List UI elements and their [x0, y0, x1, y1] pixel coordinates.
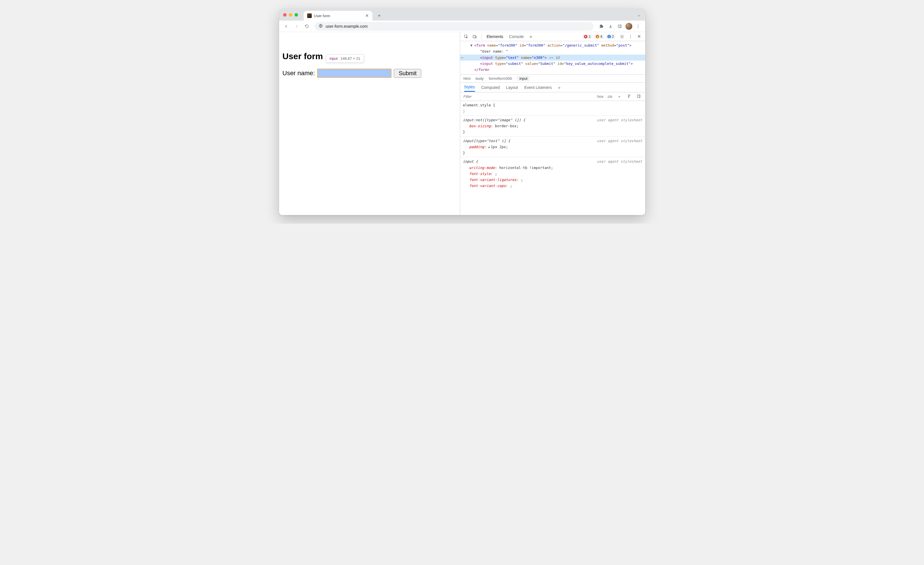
crumb-form[interactable]: form#form300 [489, 76, 512, 81]
download-icon [608, 24, 613, 28]
arrow-right-icon [294, 24, 299, 28]
dom-node-text[interactable]: "User name: " [460, 48, 645, 54]
close-window-button[interactable] [283, 13, 286, 16]
dom-node-input-submit[interactable]: <input type="submit" value="Submit" id="… [460, 61, 645, 67]
url-text: user-form.example.com [326, 24, 368, 28]
tab-title: User form [314, 14, 330, 18]
issues-count: 2 [612, 34, 614, 39]
rule-input[interactable]: user agent stylesheet input { writing-mo… [460, 157, 645, 190]
reload-button[interactable] [303, 22, 311, 31]
issues-icon: ❙ [608, 35, 611, 38]
inspect-icon [464, 34, 468, 39]
dom-tree[interactable]: ▼ <form name="form300" id="form300" acti… [460, 41, 645, 75]
warning-count-badge[interactable]: ▲ 4 [594, 34, 604, 39]
styles-subtabs: Styles Computed Layout Event Listeners » [460, 82, 645, 92]
panel-right-icon [637, 94, 641, 98]
warning-count: 4 [600, 34, 602, 39]
arrow-left-icon [284, 24, 288, 28]
submit-button[interactable]: Submit [394, 69, 421, 78]
svg-point-3 [638, 26, 638, 26]
rule-element-style[interactable]: element.style { } [460, 101, 645, 116]
device-toolbar-button[interactable] [471, 33, 478, 40]
dom-node-input-text[interactable]: ⋯ <input type="text" name="n300"> == $0 [460, 55, 645, 61]
devtools-tabs-overflow[interactable]: » [527, 33, 534, 40]
minimize-window-button[interactable] [289, 13, 292, 16]
tab-list-button[interactable]: ⌄ [637, 13, 640, 17]
page-title: User form [282, 51, 456, 61]
error-count: 1 [588, 34, 591, 39]
toolbar-right [597, 22, 642, 31]
back-button[interactable] [282, 22, 291, 31]
style-rules: element.style { } user agent stylesheet … [460, 101, 645, 215]
username-label: User name: [282, 69, 315, 77]
svg-point-11 [630, 37, 631, 38]
paint-icon [627, 94, 631, 98]
crumb-input[interactable]: input [517, 76, 530, 81]
error-count-badge[interactable]: ✕ 1 [582, 34, 592, 39]
svg-point-8 [621, 36, 622, 37]
tooltip-dimensions: 146.67 × 21 [340, 56, 360, 61]
new-tab-button[interactable]: ＋ [375, 12, 383, 19]
subtabs-overflow[interactable]: » [558, 84, 561, 91]
forward-button[interactable] [292, 22, 301, 31]
side-panel-button[interactable] [615, 22, 624, 31]
user-form-row: User name: Submit [282, 69, 456, 78]
crumb-body[interactable]: body [476, 76, 484, 81]
warning-icon: ▲ [596, 35, 599, 38]
crumb-html[interactable]: html [464, 76, 471, 81]
devtools-tab-elements[interactable]: Elements [484, 33, 506, 40]
content-row: input 146.67 × 21 User form User name: S… [279, 32, 645, 215]
tab-bar: User form ✕ ＋ ⌄ [279, 9, 645, 21]
browser-menu-button[interactable] [634, 22, 642, 31]
svg-point-2 [638, 25, 638, 25]
window-controls [283, 13, 298, 16]
downloads-button[interactable] [606, 22, 615, 31]
browser-window: User form ✕ ＋ ⌄ user-form.example.com [279, 9, 645, 215]
devices-icon [472, 34, 477, 39]
rule-origin: user agent stylesheet [597, 159, 642, 165]
issues-count-badge[interactable]: ❙ 2 [606, 34, 615, 39]
new-style-rule-button[interactable]: ＋ [616, 94, 623, 99]
kebab-icon [628, 34, 633, 39]
svg-point-10 [630, 36, 631, 37]
dom-breadcrumb: html body form#form300 input [460, 75, 645, 82]
inspect-element-button[interactable] [462, 33, 470, 40]
devtools-header: Elements Console » ✕ 1 ▲ 4 ❙ 2 [460, 32, 645, 41]
close-tab-button[interactable]: ✕ [365, 13, 369, 18]
styles-filter-input[interactable] [463, 94, 594, 99]
dom-node-form-close[interactable]: </form> [460, 67, 645, 73]
computed-panel-toggle[interactable] [636, 94, 642, 99]
svg-rect-12 [638, 95, 640, 97]
username-input[interactable] [317, 69, 392, 78]
subtab-layout[interactable]: Layout [506, 84, 518, 91]
extensions-button[interactable] [597, 22, 606, 31]
address-bar[interactable]: user-form.example.com [315, 22, 594, 31]
devtools-tab-console[interactable]: Console [507, 33, 526, 40]
kebab-icon [636, 24, 640, 28]
avatar-icon [626, 23, 632, 30]
devtools-close-button[interactable]: ✕ [636, 33, 643, 40]
profile-button[interactable] [625, 22, 633, 31]
svg-point-9 [630, 35, 631, 36]
styles-more-button[interactable] [626, 94, 633, 99]
subtab-styles[interactable]: Styles [464, 83, 475, 92]
puzzle-icon [599, 24, 604, 28]
browser-tab[interactable]: User form ✕ [304, 11, 372, 21]
styles-filter-row: :hov .cls ＋ [460, 92, 645, 101]
devtools-settings-button[interactable] [618, 33, 626, 40]
devtools-menu-button[interactable] [627, 33, 634, 40]
tooltip-tag: input [330, 56, 338, 61]
hov-toggle[interactable]: :hov [597, 94, 603, 99]
maximize-window-button[interactable] [294, 13, 298, 16]
inspect-tooltip: input 146.67 × 21 [326, 54, 364, 63]
cls-toggle[interactable]: .cls [606, 94, 613, 99]
panel-icon [617, 24, 622, 28]
rule-input-text[interactable]: user agent stylesheet input[type="text" … [460, 137, 645, 157]
browser-toolbar: user-form.example.com [279, 21, 645, 32]
svg-rect-1 [618, 25, 621, 27]
subtab-event-listeners[interactable]: Event Listeners [524, 84, 552, 91]
rule-origin: user agent stylesheet [597, 117, 642, 123]
dom-node-form-open[interactable]: ▼ <form name="form300" id="form300" acti… [460, 42, 645, 48]
subtab-computed[interactable]: Computed [481, 84, 500, 91]
rule-input-not-image[interactable]: user agent stylesheet input:not([type="i… [460, 116, 645, 137]
